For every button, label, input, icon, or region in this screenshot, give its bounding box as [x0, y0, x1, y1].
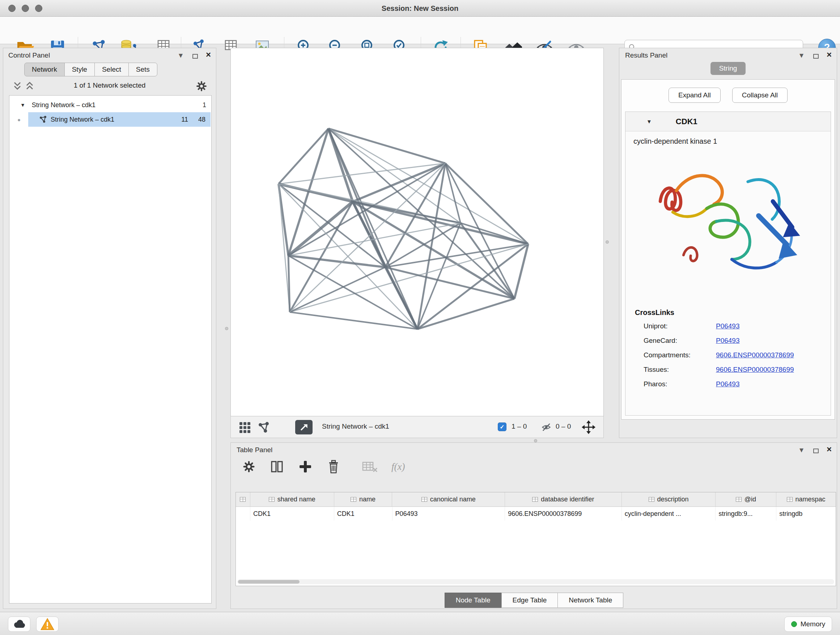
function-builder-button[interactable]: f(x) — [392, 461, 405, 472]
collapse-all-button[interactable]: Collapse All — [732, 88, 788, 103]
network-edge[interactable] — [328, 128, 528, 244]
control-panel: Control Panel ▾ × Network Style Select S… — [3, 48, 216, 609]
application-window: Session: New Session — [0, 0, 840, 635]
network-tree: ▼ String Network – cdk1 1 ● String Netwo… — [9, 95, 212, 603]
row-handle[interactable] — [236, 507, 250, 521]
panel-collapse-icon[interactable]: ▾ — [179, 51, 183, 59]
network-edge[interactable] — [290, 312, 417, 329]
crosslink-link[interactable]: 9606.ENSP00000378699 — [716, 366, 794, 374]
table-row[interactable]: CDK1 CDK1 P06493 9606.ENSP00000378699 cy… — [236, 507, 836, 521]
grid-view-icon[interactable] — [239, 421, 251, 434]
tab-network[interactable]: Network — [24, 63, 65, 76]
expand-all-button[interactable]: Expand All — [668, 88, 721, 103]
open-in-window-button[interactable] — [295, 420, 313, 434]
table-settings-gear-icon[interactable] — [242, 459, 256, 474]
splitter-handle[interactable] — [606, 241, 609, 244]
table-cell[interactable]: P06493 — [393, 507, 505, 521]
network-view-icon[interactable] — [257, 421, 270, 434]
network-edge[interactable] — [290, 267, 385, 312]
panel-close-icon[interactable]: × — [827, 445, 832, 454]
column-header[interactable]: namespac — [776, 492, 836, 507]
panel-collapse-icon[interactable]: ▾ — [799, 51, 804, 59]
column-icon — [736, 497, 742, 502]
delete-column-trash-icon[interactable] — [326, 459, 341, 475]
tab-style[interactable]: Style — [65, 63, 95, 76]
tab-sets[interactable]: Sets — [128, 63, 157, 76]
disclosure-triangle-icon[interactable]: ▼ — [20, 102, 25, 108]
network-label: String Network – cdk1 — [51, 116, 114, 124]
network-graph[interactable] — [231, 48, 603, 416]
table-toolbar: f(x) — [242, 459, 405, 475]
network-edge[interactable] — [328, 128, 445, 163]
network-collection-row[interactable]: ▼ String Network – cdk1 1 — [9, 98, 211, 112]
column-header[interactable]: description — [622, 492, 716, 507]
table-header-row: shared name name canonical name database… — [236, 492, 836, 507]
crosslink-link[interactable]: 9606.ENSP00000378699 — [716, 351, 794, 359]
tab-edge-table[interactable]: Edge Table — [501, 593, 558, 608]
splitter-handle[interactable] — [534, 439, 537, 442]
column-header[interactable]: canonical name — [392, 492, 505, 507]
panel-float-icon[interactable] — [813, 447, 819, 455]
column-header[interactable]: @id — [715, 492, 776, 507]
cloud-button[interactable] — [8, 616, 30, 632]
panel-close-icon[interactable]: × — [206, 50, 211, 59]
hidden-count: 0 – 0 — [556, 423, 571, 431]
column-icon — [787, 497, 793, 502]
column-header[interactable]: name — [334, 492, 393, 507]
window-title: Session: New Session — [0, 0, 840, 17]
tab-node-table[interactable]: Node Table — [445, 593, 502, 608]
panel-collapse-icon[interactable]: ▾ — [799, 446, 804, 454]
tab-network-table[interactable]: Network Table — [557, 593, 623, 608]
panel-float-icon[interactable] — [193, 52, 198, 60]
section-disclosure-icon[interactable]: ▼ — [646, 119, 652, 125]
panel-float-icon[interactable] — [813, 52, 819, 60]
protein-section: ▼ CDK1 cyclin-dependent kinase 1 — [625, 111, 831, 416]
network-row[interactable]: ● String Network – cdk1 11 48 — [9, 112, 211, 127]
table-cell[interactable]: CDK1 — [250, 507, 334, 521]
collection-count: 1 — [202, 101, 206, 109]
table-panel: Table Panel ▾ × f(x) shared name name ca… — [231, 442, 837, 609]
add-column-icon[interactable] — [298, 459, 313, 474]
row-header-column[interactable] — [236, 492, 250, 507]
crosslink-link[interactable]: P06493 — [716, 380, 740, 388]
panel-close-icon[interactable]: × — [827, 50, 832, 59]
table-cell[interactable]: cyclin-dependent ... — [622, 507, 716, 521]
network-collection-label: String Network – cdk1 — [32, 101, 95, 109]
crosslink-label: Pharos: — [644, 380, 716, 388]
network-edge[interactable] — [328, 128, 515, 299]
tab-select[interactable]: Select — [95, 63, 129, 76]
splitter-handle[interactable] — [225, 327, 228, 330]
network-edge[interactable] — [279, 128, 328, 184]
hidden-eye-slash-icon[interactable] — [540, 422, 553, 432]
crosslink-row: Uniprot: P06493 — [625, 319, 831, 333]
column-header[interactable]: database identifier — [505, 492, 622, 507]
memory-button[interactable]: Memory — [784, 616, 832, 632]
network-edge[interactable] — [288, 256, 385, 267]
network-edge[interactable] — [328, 128, 417, 329]
crosslink-label: Uniprot: — [644, 322, 716, 330]
column-icon — [269, 497, 275, 502]
selection-checkbox[interactable]: ✓ — [498, 423, 507, 431]
column-header[interactable]: shared name — [250, 492, 334, 507]
warning-button[interactable] — [36, 616, 58, 632]
table-cell[interactable]: 9606.ENSP00000378699 — [505, 507, 622, 521]
selected-network-highlight[interactable]: String Network – cdk1 11 48 — [28, 112, 210, 127]
table-cell[interactable]: stringdb — [776, 507, 836, 521]
crosslink-link[interactable]: P06493 — [716, 322, 740, 330]
crosslink-row: GeneCard: P06493 — [625, 333, 831, 348]
horizontal-scrollbar[interactable] — [237, 579, 834, 584]
string-tab-badge[interactable]: String — [711, 62, 746, 75]
network-canvas[interactable] — [231, 48, 604, 416]
pan-tool-icon[interactable] — [582, 420, 595, 434]
network-edge[interactable] — [417, 299, 515, 329]
delete-table-icon-disabled[interactable] — [362, 460, 378, 473]
network-icon — [39, 116, 47, 124]
show-columns-icon[interactable] — [270, 459, 284, 474]
crosslink-link[interactable]: P06493 — [716, 337, 740, 345]
scrollbar-thumb[interactable] — [238, 580, 300, 584]
table-cell[interactable]: CDK1 — [334, 507, 393, 521]
protein-description: cyclin-dependent kinase 1 — [625, 131, 831, 146]
table-cell[interactable]: stringdb:9... — [715, 507, 776, 521]
network-options-gear-icon[interactable] — [195, 80, 208, 93]
protein-section-header[interactable]: ▼ CDK1 — [625, 112, 831, 131]
